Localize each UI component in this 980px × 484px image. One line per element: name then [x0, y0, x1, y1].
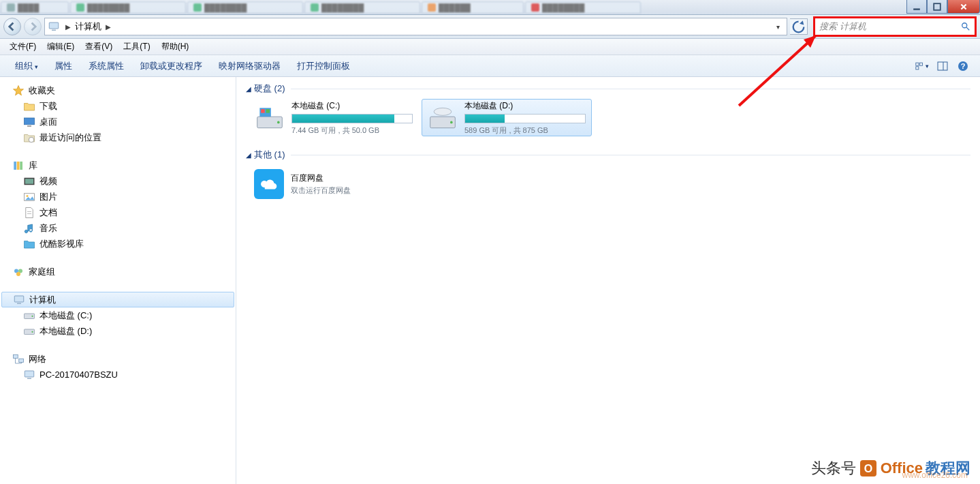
sidebar-favorites[interactable]: 收藏夹: [0, 82, 236, 98]
group-body-other: 百度网盘 双击运行百度网盘: [246, 165, 970, 202]
computer-icon: [48, 20, 60, 33]
other-tile-baidupan[interactable]: 百度网盘 双击运行百度网盘: [249, 165, 419, 202]
map-drive-button[interactable]: 映射网络驱动器: [210, 57, 289, 75]
desktop-icon: [23, 116, 35, 128]
group-header-other[interactable]: ◢其他 (1): [246, 149, 970, 161]
svg-rect-16: [14, 162, 16, 170]
address-dropdown-icon[interactable]: ▾: [772, 23, 784, 31]
preview-pane-button[interactable]: [935, 59, 950, 74]
folder-icon: [23, 238, 35, 250]
drive-tile-d[interactable]: 本地磁盘 (D:) 589 GB 可用 , 共 875 GB: [422, 99, 592, 136]
chevron-right-icon[interactable]: ▶: [64, 23, 72, 31]
svg-rect-14: [27, 125, 31, 127]
drive-icon: [23, 325, 35, 337]
sidebar-item-music[interactable]: 音乐: [0, 220, 236, 236]
menu-help[interactable]: 帮助(H): [157, 40, 193, 54]
properties-button[interactable]: 属性: [46, 57, 80, 75]
sidebar-libraries[interactable]: 库: [0, 157, 236, 173]
address-bar[interactable]: ▶ 计算机 ▶ ▾: [44, 18, 787, 35]
navigation-bar: ▶ 计算机 ▶ ▾ 搜索 计算机: [0, 15, 980, 39]
svg-rect-28: [14, 296, 24, 302]
svg-rect-34: [14, 354, 18, 358]
control-panel-button[interactable]: 打开控制面板: [289, 57, 358, 75]
tab[interactable]: ████████: [187, 1, 303, 14]
sidebar-network[interactable]: 网络: [0, 351, 236, 367]
svg-rect-8: [916, 66, 919, 69]
group-header-hdd[interactable]: ◢硬盘 (2): [246, 82, 970, 95]
sidebar-item-downloads[interactable]: 下载: [0, 98, 236, 114]
tab[interactable]: ████████: [70, 1, 186, 14]
sidebar-item-videos[interactable]: 视频: [0, 173, 236, 189]
breadcrumb-segment[interactable]: 计算机: [72, 20, 104, 33]
system-properties-button[interactable]: 系统属性: [80, 57, 132, 75]
other-name: 百度网盘: [291, 172, 351, 184]
sidebar-homegroup[interactable]: 家庭组: [0, 264, 236, 279]
svg-rect-9: [938, 62, 947, 70]
navigation-pane: 收藏夹 下载 桌面 最近访问的位置 库 视频 图片 文档 音乐 优酷影视库 家庭…: [0, 77, 236, 484]
svg-rect-35: [19, 359, 24, 362]
svg-rect-6: [916, 63, 919, 65]
sidebar-item-networkpc[interactable]: PC-20170407BSZU: [0, 367, 236, 382]
svg-point-48: [450, 121, 453, 123]
back-button[interactable]: [3, 18, 21, 35]
star-icon: [12, 85, 25, 97]
sidebar-item-drive-c[interactable]: 本地磁盘 (C:): [0, 307, 236, 323]
baidu-cloud-icon: [254, 169, 284, 199]
drive-capacity-bar: [291, 114, 413, 123]
drive-tile-c[interactable]: 本地磁盘 (C:) 7.44 GB 可用 , 共 50.0 GB: [249, 99, 419, 136]
svg-point-22: [27, 195, 29, 197]
svg-rect-20: [25, 179, 33, 184]
sidebar-item-desktop[interactable]: 桌面: [0, 114, 236, 130]
library-icon: [12, 160, 25, 172]
menu-view[interactable]: 查看(V): [81, 40, 116, 54]
svg-rect-18: [20, 162, 22, 170]
music-icon: [23, 222, 35, 235]
svg-rect-13: [25, 118, 35, 125]
uninstall-button[interactable]: 卸载或更改程序: [132, 57, 210, 75]
view-options-button[interactable]: ▾: [915, 59, 930, 74]
drive-capacity-bar: [464, 114, 586, 123]
tab[interactable]: ████████: [525, 1, 641, 14]
tab[interactable]: ████: [1, 1, 69, 14]
picture-icon: [23, 191, 35, 203]
tab[interactable]: ████████: [304, 1, 420, 14]
minimize-button[interactable]: [906, 0, 927, 14]
svg-rect-7: [920, 63, 923, 65]
tab[interactable]: ██████: [422, 1, 524, 14]
svg-point-31: [31, 315, 33, 316]
svg-line-5: [966, 27, 969, 30]
svg-rect-0: [913, 8, 920, 10]
svg-rect-1: [934, 3, 941, 10]
search-icon: [961, 22, 970, 31]
maximize-button[interactable]: [927, 0, 947, 14]
help-button[interactable]: ?: [955, 59, 970, 74]
svg-point-47: [434, 108, 452, 115]
recent-icon: [23, 132, 35, 144]
search-input[interactable]: 搜索 计算机: [813, 16, 977, 37]
menu-edit[interactable]: 编辑(E): [43, 40, 78, 54]
organize-button[interactable]: 组织: [7, 57, 46, 75]
logo-icon: O: [859, 459, 878, 478]
sidebar-computer[interactable]: 计算机: [1, 292, 234, 307]
forward-button[interactable]: [24, 18, 42, 35]
watermark-url: www.office26.com: [902, 470, 968, 480]
titlebar: ████ ████████ ████████ ████████ ██████ █…: [0, 0, 980, 15]
sidebar-item-documents[interactable]: 文档: [0, 205, 236, 220]
sidebar-item-drive-d[interactable]: 本地磁盘 (D:): [0, 323, 236, 339]
sidebar-item-recent[interactable]: 最近访问的位置: [0, 130, 236, 145]
close-button[interactable]: [947, 0, 980, 14]
refresh-button[interactable]: [790, 18, 808, 35]
drive-icon: [255, 103, 285, 133]
explorer-body: 收藏夹 下载 桌面 最近访问的位置 库 视频 图片 文档 音乐 优酷影视库 家庭…: [0, 77, 980, 484]
sidebar-item-youku[interactable]: 优酷影视库: [0, 236, 236, 252]
svg-rect-40: [27, 378, 31, 379]
chevron-right-icon[interactable]: ▶: [104, 23, 112, 31]
drive-name: 本地磁盘 (C:): [291, 100, 413, 112]
svg-point-45: [277, 121, 280, 123]
sidebar-item-pictures[interactable]: 图片: [0, 189, 236, 205]
drive-space-label: 7.44 GB 可用 , 共 50.0 GB: [291, 125, 413, 136]
search-placeholder: 搜索 计算机: [819, 20, 961, 33]
menu-tools[interactable]: 工具(T): [119, 40, 154, 54]
menu-file[interactable]: 文件(F): [5, 40, 40, 54]
other-subtitle: 双击运行百度网盘: [291, 185, 351, 196]
